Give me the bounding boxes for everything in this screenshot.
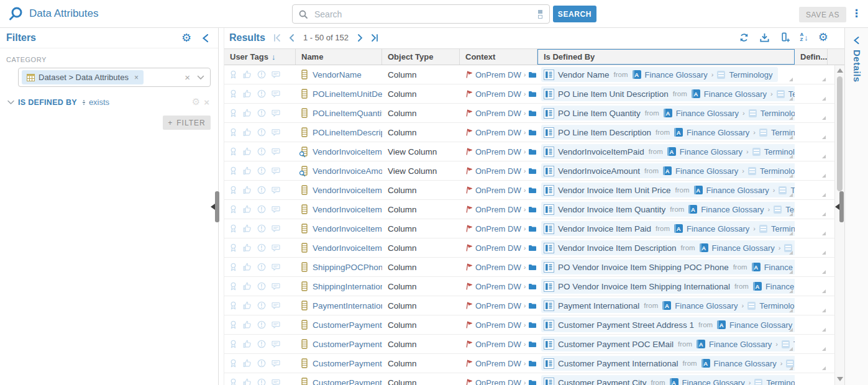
filter-settings-gear-icon[interactable]: ⚙ bbox=[192, 96, 200, 107]
details-tab-label[interactable]: Details bbox=[852, 50, 862, 83]
cell-resize-gripper[interactable] bbox=[822, 193, 826, 197]
term-name-link[interactable]: PO Line Item Unit Description bbox=[558, 89, 669, 99]
alert-icon[interactable] bbox=[257, 378, 266, 385]
glossary-link[interactable]: Finance Glossary bbox=[687, 128, 749, 137]
glossary-link[interactable]: Finance Glossary bbox=[701, 205, 764, 214]
term-chip[interactable]: Vendor Invoice Item Paid from A Finance … bbox=[541, 221, 795, 236]
term-name-link[interactable]: Customer Payment International bbox=[558, 359, 678, 368]
cell-resize-gripper[interactable] bbox=[822, 309, 826, 312]
comment-icon[interactable] bbox=[272, 244, 280, 252]
term-name-link[interactable]: Vendor Invoice Item Quantity bbox=[558, 205, 665, 214]
award-icon[interactable] bbox=[229, 243, 237, 252]
award-icon[interactable] bbox=[229, 301, 237, 310]
object-name-link[interactable]: VendorInvoiceItemDe... bbox=[313, 243, 382, 253]
term-name-link[interactable]: Customer Payment City bbox=[558, 378, 647, 385]
context-source-link[interactable]: OnPrem DW bbox=[475, 128, 521, 137]
category-select[interactable]: Dataset > Data Attributes × × bbox=[18, 68, 211, 87]
column-header-context[interactable]: Context bbox=[460, 49, 537, 65]
term-chip[interactable]: PO Line Item Quantity from A Finance Glo… bbox=[541, 106, 795, 120]
object-name-link[interactable]: POLineItemDescription bbox=[313, 128, 382, 137]
glossary-link[interactable]: Finance Glossary bbox=[712, 243, 775, 253]
term-name-link[interactable]: VendorInvoiceAmount bbox=[558, 166, 640, 176]
term-chip[interactable]: PO Line Item Description from A Finance … bbox=[541, 125, 795, 140]
thumbs-up-icon[interactable] bbox=[243, 263, 252, 271]
thumbs-up-icon[interactable] bbox=[243, 147, 252, 156]
details-splitter-handle[interactable] bbox=[839, 191, 844, 222]
context-source-link[interactable]: OnPrem DW bbox=[475, 359, 521, 368]
previous-page-icon[interactable] bbox=[288, 34, 295, 42]
object-name-link[interactable]: VendorInvoiceItemPaid bbox=[313, 224, 382, 233]
column-header-definition[interactable]: Defin... bbox=[795, 49, 828, 65]
term-chip[interactable]: Vendor Invoice Item Quantity from A Fina… bbox=[541, 202, 795, 217]
comment-icon[interactable] bbox=[272, 90, 280, 98]
details-expand-chevron-icon[interactable] bbox=[852, 36, 868, 45]
thumbs-up-icon[interactable] bbox=[243, 243, 252, 252]
award-icon[interactable] bbox=[229, 128, 237, 137]
object-name-link[interactable]: VendorInvoiceItemQ... bbox=[313, 205, 382, 214]
alert-icon[interactable] bbox=[257, 224, 266, 233]
term-chip[interactable]: Payment International from A Finance Glo… bbox=[541, 298, 795, 313]
term-chip[interactable]: Customer Payment City from A Finance Glo… bbox=[541, 375, 795, 385]
glossary-link[interactable]: Finance Glossary bbox=[704, 89, 767, 99]
object-name-link[interactable]: ShippingInternational bbox=[313, 282, 382, 291]
first-page-icon[interactable] bbox=[273, 34, 281, 42]
cell-resize-gripper[interactable] bbox=[822, 135, 826, 139]
cell-resize-gripper[interactable] bbox=[789, 309, 793, 312]
cell-resize-gripper[interactable] bbox=[789, 328, 793, 332]
term-chip[interactable]: VendorInvoiceItemPaid from A Finance Glo… bbox=[541, 144, 795, 159]
glossary-section-link[interactable]: Terminology bbox=[766, 378, 795, 385]
filter-value[interactable]: exists bbox=[89, 97, 109, 107]
context-source-link[interactable]: OnPrem DW bbox=[475, 205, 521, 214]
comment-icon[interactable] bbox=[272, 71, 280, 79]
award-icon[interactable] bbox=[229, 205, 237, 214]
add-filter-button[interactable]: + FILTER bbox=[163, 116, 211, 130]
category-chip-remove-icon[interactable]: × bbox=[134, 73, 139, 82]
glossary-link[interactable]: Finance Glossary bbox=[729, 320, 792, 330]
award-icon[interactable] bbox=[229, 147, 237, 156]
glossary-link[interactable]: Finance Glossary bbox=[675, 166, 738, 176]
comment-icon[interactable] bbox=[272, 186, 280, 194]
select-clear-icon[interactable]: × bbox=[185, 73, 190, 82]
term-name-link[interactable]: Vendor Invoice Item Paid bbox=[558, 224, 651, 233]
award-icon[interactable] bbox=[229, 320, 237, 329]
term-name-link[interactable]: Customer Payment POC EMail bbox=[558, 340, 674, 349]
table-settings-gear-icon[interactable]: ⚙ bbox=[818, 32, 828, 43]
context-source-link[interactable]: OnPrem DW bbox=[475, 224, 521, 233]
thumbs-up-icon[interactable] bbox=[243, 128, 252, 137]
thumbs-up-icon[interactable] bbox=[243, 340, 252, 348]
thumbs-up-icon[interactable] bbox=[243, 109, 252, 117]
cell-resize-gripper[interactable] bbox=[789, 289, 793, 293]
results-scrollbar[interactable] bbox=[834, 65, 844, 385]
thumbs-up-icon[interactable] bbox=[243, 301, 252, 310]
alert-icon[interactable] bbox=[257, 89, 266, 98]
cell-resize-gripper[interactable] bbox=[789, 251, 793, 255]
term-chip[interactable]: Vendor Name from A Finance Glossary › Te… bbox=[541, 67, 778, 82]
context-source-link[interactable]: OnPrem DW bbox=[475, 70, 521, 79]
comment-icon[interactable] bbox=[272, 321, 280, 329]
context-source-link[interactable]: OnPrem DW bbox=[475, 282, 521, 291]
object-name-link[interactable]: VendorName bbox=[313, 70, 362, 79]
thumbs-up-icon[interactable] bbox=[243, 378, 252, 385]
object-name-link[interactable]: PaymentInternational bbox=[313, 301, 382, 310]
term-chip[interactable]: Customer Payment Street Address 1 from A… bbox=[541, 317, 795, 332]
award-icon[interactable] bbox=[229, 340, 237, 348]
award-icon[interactable] bbox=[229, 186, 237, 194]
sort-az-icon[interactable]: AZ ↓ bbox=[800, 32, 808, 42]
context-source-link[interactable]: OnPrem DW bbox=[475, 263, 521, 272]
cell-resize-gripper[interactable] bbox=[822, 174, 826, 178]
applied-filter-is-defined-by[interactable]: IS DEFINED BY exists ⚙ × bbox=[7, 97, 218, 107]
glossary-link[interactable]: Finance Glossary bbox=[676, 109, 739, 118]
glossary-link[interactable]: Finance Glossary bbox=[714, 359, 777, 368]
alert-icon[interactable] bbox=[257, 359, 266, 368]
save-as-button[interactable]: SAVE AS bbox=[799, 7, 846, 22]
search-input[interactable] bbox=[313, 9, 537, 20]
term-name-link[interactable]: Vendor Invoice Item Unit Price bbox=[558, 186, 671, 195]
term-name-link[interactable]: Customer Payment Street Address 1 bbox=[558, 320, 694, 330]
award-icon[interactable] bbox=[229, 359, 237, 368]
filters-collapse-chevron-icon[interactable] bbox=[201, 34, 209, 43]
cell-resize-gripper[interactable] bbox=[822, 155, 826, 158]
object-name-link[interactable]: CustomerPaymentPO... bbox=[313, 340, 382, 349]
object-name-link[interactable]: VendorInvoiceAmount bbox=[313, 166, 382, 176]
cell-resize-gripper[interactable] bbox=[822, 347, 826, 351]
alert-icon[interactable] bbox=[257, 166, 266, 175]
